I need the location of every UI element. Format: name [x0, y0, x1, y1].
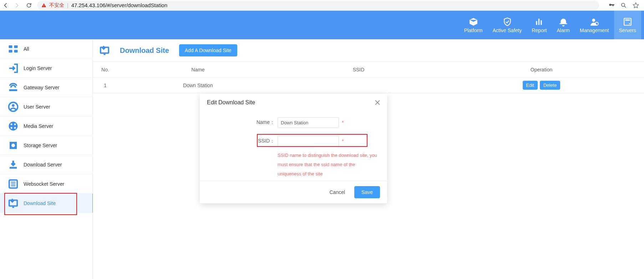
site-icon — [8, 198, 19, 209]
sidebar-item-download-site[interactable]: Download Site — [0, 194, 93, 213]
tab-alarm[interactable]: Alarm — [552, 11, 575, 39]
sidebar-item-user-server[interactable]: User Server — [0, 97, 92, 116]
sidebar-item-label: Download Site — [24, 200, 56, 206]
gateway-icon — [8, 82, 19, 93]
insecure-label: 不安全 — [49, 2, 64, 9]
sidebar-item-websocket-server[interactable]: Websocket Server — [0, 174, 92, 194]
reload-button[interactable] — [26, 2, 32, 9]
insecure-icon — [41, 3, 46, 8]
sidebar-item-label: Login Server — [24, 65, 52, 71]
name-input[interactable] — [278, 117, 339, 128]
sidebar-item-download-server[interactable]: Download Server — [0, 155, 92, 174]
sidebar-item-label: Gateway Server — [24, 85, 59, 90]
edit-download-site-dialog: Edit Download Site Name： * SSID： * SSID … — [200, 94, 387, 203]
sidebar-item-label: User Server — [24, 104, 50, 110]
star-icon[interactable] — [633, 2, 639, 9]
sidebar-item-label: All — [24, 46, 29, 52]
col-name: Name — [118, 62, 278, 78]
page-header: Download Site Add A Download Site — [93, 39, 644, 61]
table-row: 1 Down Station Edit Delete — [93, 78, 644, 93]
sidebar-item-label: Media Server — [24, 123, 53, 129]
tab-label: Report — [532, 28, 547, 33]
zoom-icon[interactable] — [620, 2, 627, 9]
tab-label: Active Safety — [493, 28, 522, 33]
form-row-ssid: SSID： * — [207, 136, 380, 146]
required-mark: * — [342, 120, 344, 125]
name-label: Name： — [207, 119, 278, 126]
sidebar-item-gateway-server[interactable]: Gateway Server — [0, 78, 92, 97]
address-bar[interactable]: 不安全 | 47.254.43.106/#/server/downloadSta… — [37, 1, 599, 10]
tab-label: Alarm — [557, 28, 570, 33]
form-row-name: Name： * — [207, 117, 380, 128]
websocket-icon — [8, 179, 19, 189]
delete-button[interactable]: Delete — [540, 81, 561, 90]
save-button[interactable]: Save — [354, 186, 380, 198]
url-text: 47.254.43.106/#/server/downloadStation — [71, 2, 167, 8]
all-icon — [8, 44, 19, 54]
forward-button[interactable] — [14, 2, 21, 9]
media-icon — [8, 121, 19, 131]
tab-servers[interactable]: Servers — [614, 11, 641, 39]
close-icon[interactable] — [375, 100, 380, 105]
edit-button[interactable]: Edit — [523, 81, 538, 90]
main-content: Download Site Add A Download Site No. Na… — [93, 39, 644, 279]
sidebar: All Login Server Gateway Server User Ser… — [0, 39, 93, 279]
page-icon — [99, 45, 110, 56]
cell-ssid — [278, 78, 439, 93]
col-operation: Operation — [439, 62, 644, 78]
sidebar-item-label: Download Server — [24, 162, 62, 168]
tab-label: Servers — [619, 28, 636, 33]
tab-report[interactable]: Report — [527, 11, 552, 39]
tab-platform[interactable]: Platform — [459, 11, 488, 39]
key-icon[interactable] — [608, 2, 615, 9]
sidebar-item-label: Storage Server — [24, 143, 57, 148]
top-nav: Platform Active Safety Report Alarm Mana… — [0, 11, 644, 39]
sidebar-item-storage-server[interactable]: Storage Server — [0, 136, 92, 155]
ssid-hint: SSID name to distinguish the download si… — [207, 151, 378, 179]
sidebar-item-label: Websocket Server — [24, 181, 64, 187]
tab-label: Management — [580, 28, 609, 33]
add-download-site-button[interactable]: Add A Download Site — [179, 44, 237, 56]
storage-icon — [8, 140, 19, 151]
separator: | — [67, 3, 69, 8]
required-mark: * — [342, 138, 344, 144]
ssid-label: SSID： — [207, 138, 278, 144]
user-server-icon — [8, 101, 19, 112]
page-title: Download Site — [120, 46, 169, 55]
browser-address-bar: 不安全 | 47.254.43.106/#/server/downloadSta… — [0, 0, 644, 11]
cancel-button[interactable]: Cancel — [324, 186, 350, 198]
login-icon — [8, 63, 19, 74]
sidebar-item-media-server[interactable]: Media Server — [0, 116, 92, 136]
tab-active-safety[interactable]: Active Safety — [488, 11, 527, 39]
tab-management[interactable]: Management — [575, 11, 614, 39]
col-no: No. — [93, 62, 118, 78]
col-ssid: SSID — [278, 62, 439, 78]
cell-name: Down Station — [118, 78, 278, 93]
ssid-input[interactable] — [278, 136, 339, 146]
cell-no: 1 — [93, 78, 118, 93]
dialog-title: Edit Download Site — [207, 99, 255, 106]
tab-label: Platform — [464, 28, 483, 33]
download-site-table: No. Name SSID Operation 1 Down Station E… — [93, 61, 644, 93]
sidebar-item-login-server[interactable]: Login Server — [0, 59, 92, 78]
back-button[interactable] — [3, 2, 9, 9]
sidebar-item-all[interactable]: All — [0, 39, 92, 59]
download-icon — [8, 159, 19, 170]
